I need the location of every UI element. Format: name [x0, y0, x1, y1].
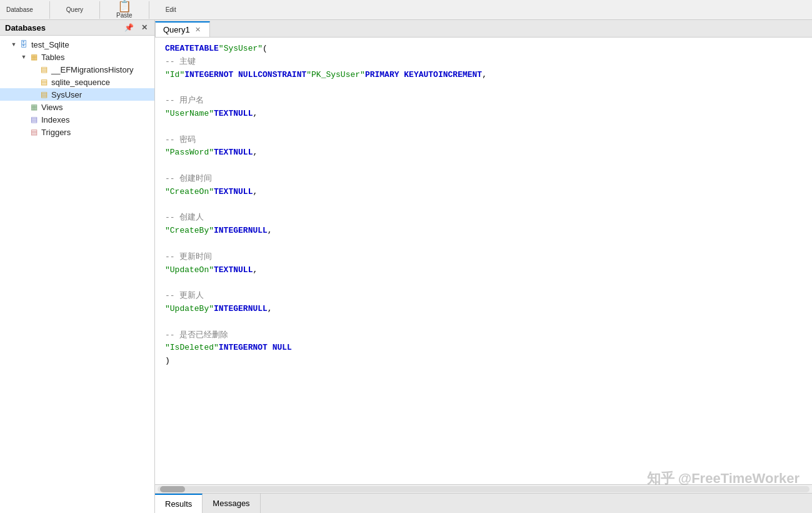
code-line-1: CREATE TABLE "SysUser" (	[155, 43, 812, 56]
code-line-22	[155, 316, 812, 329]
results-label: Results	[165, 499, 192, 509]
panel-title: Databases	[5, 23, 46, 33]
query-menu-btn[interactable]: Query	[63, 5, 87, 14]
token-kw: NULL	[233, 186, 253, 199]
sqlite-seq-label: sqlite_sequence	[51, 78, 110, 87]
bottom-tab-messages[interactable]: Messages	[203, 494, 260, 513]
indexes-arrow	[20, 116, 28, 123]
editor-scroll[interactable]: CREATE TABLE "SysUser" ( -- 主键 "Id" INTE…	[155, 38, 812, 484]
tables-arrow: ▼	[20, 53, 28, 61]
token-comment: -- 用户名	[165, 94, 204, 108]
indexes-label: Indexes	[41, 115, 70, 124]
token-kw: INTEGER	[214, 303, 248, 316]
tab-bar: Query1 ✕	[155, 20, 812, 38]
code-line-3: "Id" INTEGER NOT NULL CONSTRAINT "PK_Sys…	[155, 69, 812, 82]
tables-label: Tables	[41, 53, 65, 62]
main-toolbar: Database Query 📋 Paste Edit	[0, 0, 812, 20]
h-scrollbar-thumb[interactable]	[160, 486, 185, 492]
triggers-icon: ▤	[29, 127, 39, 137]
close-panel-btn[interactable]: ✕	[139, 23, 149, 33]
efmigrations-label: __EFMigrationsHistory	[51, 65, 134, 74]
edit-menu-group: Edit	[162, 5, 180, 14]
tree-item-tables[interactable]: ▼ ▦ Tables	[0, 51, 154, 63]
token-str: "UpdateOn"	[165, 264, 214, 277]
code-line-16	[155, 238, 812, 251]
code-line-18: "UpdateOn" TEXT NULL,	[155, 264, 812, 277]
tree-item-triggers[interactable]: ▤ Triggers	[0, 126, 154, 138]
token-kw: CONSTRAINT	[258, 69, 306, 82]
token-kw: NOT NULL	[253, 342, 291, 355]
editor-area[interactable]: CREATE TABLE "SysUser" ( -- 主键 "Id" INTE…	[155, 38, 812, 373]
token-plain: ,	[268, 225, 273, 238]
code-line-11: -- 创建时间	[155, 173, 812, 186]
token-str: "SysUser"	[219, 43, 263, 56]
tree-item-views[interactable]: ▦ Views	[0, 101, 154, 113]
token-comment: -- 更新人	[165, 290, 204, 303]
code-line-12: "CreateOn" TEXT NULL,	[155, 186, 812, 199]
token-kw: NULL	[248, 225, 268, 238]
token-kw: NULL	[248, 303, 268, 316]
query-menu-label: Query	[66, 6, 83, 13]
code-line-6: "UserName" TEXT NULL,	[155, 108, 812, 121]
token-str: "IsDeleted"	[165, 342, 219, 355]
separator-1	[49, 1, 50, 19]
tab-query1-label: Query1	[163, 25, 190, 34]
tree-item-sysuser[interactable]: ▤ SysUser	[0, 88, 154, 101]
sysuser-arrow	[30, 91, 38, 98]
token-comment: -- 是否已经删除	[165, 329, 228, 342]
token-plain: ,	[482, 69, 487, 82]
token-plain: ,	[268, 303, 273, 316]
code-line-17: -- 更新时间	[155, 251, 812, 264]
paste-btn[interactable]: 📋 Paste	[113, 0, 136, 20]
main-container: Databases 📌 ✕ ▼ 🗄 test_Sqlite ▼ ▦ Tables	[0, 20, 812, 513]
sqlite-seq-arrow	[30, 78, 38, 86]
tree-item-indexes[interactable]: ▤ Indexes	[0, 113, 154, 126]
views-label: Views	[41, 103, 63, 112]
db-arrow: ▼	[10, 41, 18, 48]
database-menu-label: Database	[6, 6, 33, 13]
code-line-2: -- 主键	[155, 56, 812, 69]
code-line-14: -- 创建人	[155, 211, 812, 225]
database-menu-btn[interactable]: Database	[3, 5, 37, 14]
code-line-24: "IsDeleted" INTEGER NOT NULL	[155, 342, 812, 355]
code-line-15: "CreateBy" INTEGER NULL,	[155, 225, 812, 238]
tab-query1[interactable]: Query1 ✕	[155, 21, 210, 37]
code-line-19	[155, 277, 812, 290]
token-kw: TEXT	[214, 264, 233, 277]
token-kw: INTEGER	[184, 69, 219, 82]
tree-item-sqlite-seq[interactable]: ▤ sqlite_sequence	[0, 76, 154, 88]
messages-label: Messages	[213, 499, 249, 508]
indexes-icon: ▤	[29, 114, 39, 124]
panel-header-actions: 📌 ✕	[123, 23, 149, 33]
token-kw: PRIMARY KEY	[365, 69, 419, 82]
code-line-20: -- 更新人	[155, 290, 812, 303]
paste-group: 📋 Paste	[113, 0, 136, 20]
database-menu-group: Database	[3, 5, 37, 14]
token-plain: )	[165, 355, 170, 368]
edit-menu-btn[interactable]: Edit	[162, 5, 180, 14]
token-kw: INTEGER	[214, 225, 248, 238]
code-line-21: "UpdateBy" INTEGER NULL,	[155, 303, 812, 316]
paste-label: Paste	[116, 12, 133, 19]
token-kw: TEXT	[214, 186, 233, 199]
code-line-10	[155, 160, 812, 173]
bottom-tab-results[interactable]: Results	[155, 494, 203, 513]
tree-item-db[interactable]: ▼ 🗄 test_Sqlite	[0, 38, 154, 51]
tree-area: ▼ 🗄 test_Sqlite ▼ ▦ Tables ▤ __EFMigrati…	[0, 36, 154, 513]
h-scrollbar[interactable]	[155, 484, 812, 493]
token-str: "PK_SysUser"	[306, 69, 365, 82]
token-str: "UpdateBy"	[165, 303, 214, 316]
token-comment: -- 更新时间	[165, 251, 212, 264]
token-kw: TABLE	[194, 43, 219, 56]
pin-btn[interactable]: 📌	[123, 23, 136, 33]
tab-query1-close[interactable]: ✕	[194, 25, 202, 34]
token-kw: NULL	[233, 108, 253, 121]
code-line-25: )	[155, 355, 812, 368]
right-panel: Query1 ✕ CREATE TABLE "SysUser" ( -- 主键 …	[155, 20, 812, 513]
token-kw: TEXT	[214, 108, 233, 121]
code-line-4	[155, 81, 812, 94]
separator-3	[149, 1, 149, 19]
sysuser-icon: ▤	[39, 89, 49, 99]
code-line-9: "PassWord" TEXT NULL,	[155, 146, 812, 160]
tree-item-efmigrations[interactable]: ▤ __EFMigrationsHistory	[0, 63, 154, 76]
